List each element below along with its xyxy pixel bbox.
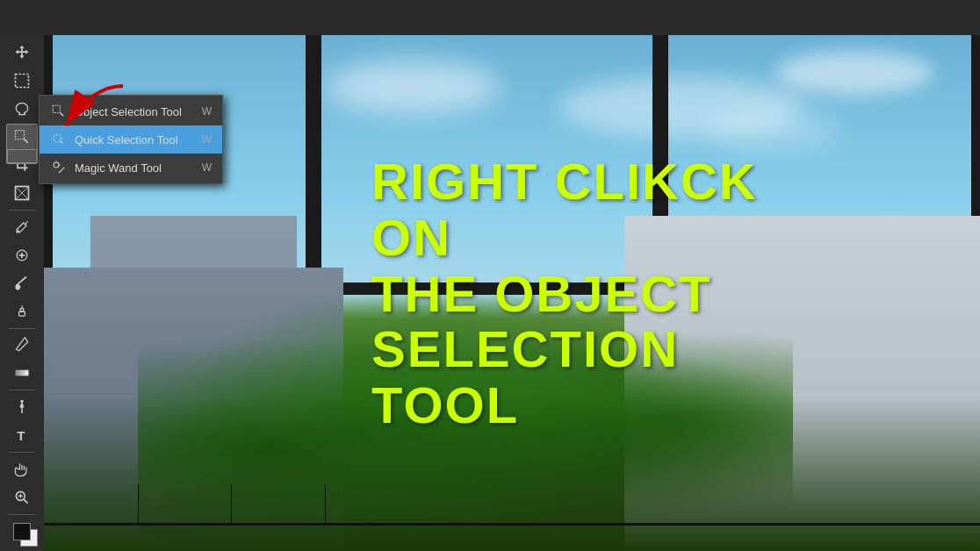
separator-2 xyxy=(9,328,35,329)
svg-line-16 xyxy=(24,499,28,504)
toolbar: T xyxy=(0,35,44,551)
svg-rect-0 xyxy=(16,74,29,87)
tool-healing-brush[interactable] xyxy=(6,242,38,268)
tool-object-selection[interactable] xyxy=(6,124,38,150)
svg-point-13 xyxy=(20,400,23,403)
separator-5 xyxy=(9,514,35,515)
tool-brush[interactable] xyxy=(6,270,38,297)
separator-3 xyxy=(9,390,35,390)
tool-hand[interactable] xyxy=(6,456,38,483)
tool-clone-stamp[interactable] xyxy=(6,298,38,325)
menu-item-quick-selection[interactable]: Quick Selection Tool W xyxy=(40,125,222,154)
quick-select-icon xyxy=(50,131,68,148)
menu-item-object-selection[interactable]: Object Selection Tool W xyxy=(40,97,222,125)
tool-eyedropper[interactable] xyxy=(6,214,38,240)
context-menu: Object Selection Tool W Quick Selection … xyxy=(39,95,223,184)
tool-zoom[interactable] xyxy=(6,484,38,511)
separator-4 xyxy=(9,452,35,453)
tool-eraser[interactable] xyxy=(6,333,38,359)
svg-line-21 xyxy=(59,168,64,173)
svg-point-5 xyxy=(16,230,18,233)
menu-item-quick-selection-shortcut: W xyxy=(202,133,212,146)
instruction-overlay: RIGHT CLIKCK ON THE OBJECT SELECTION TOO… xyxy=(371,154,839,433)
menu-item-quick-selection-label: Quick Selection Tool xyxy=(75,133,195,147)
instruction-line1: RIGHT CLIKCK ON xyxy=(371,154,839,266)
menu-item-object-selection-label: Object Selection Tool xyxy=(75,105,195,118)
magic-wand-icon xyxy=(50,159,68,176)
instruction-line2: THE OBJECT SELECTION TOOL xyxy=(371,265,839,433)
menu-item-object-selection-shortcut: W xyxy=(202,105,212,118)
menu-item-magic-wand-shortcut: W xyxy=(202,161,212,174)
separator-1 xyxy=(9,210,35,211)
tool-rectangular-marquee[interactable] xyxy=(6,68,38,94)
tool-frame[interactable] xyxy=(6,180,38,206)
svg-rect-1 xyxy=(16,131,25,140)
svg-rect-12 xyxy=(16,370,29,376)
menu-item-magic-wand[interactable]: Magic Wand Tool W xyxy=(40,154,222,182)
color-swatches[interactable] xyxy=(6,519,38,551)
top-bar xyxy=(0,0,980,35)
tool-pen[interactable] xyxy=(6,394,38,420)
obj-select-icon xyxy=(50,103,68,120)
svg-rect-19 xyxy=(53,105,60,112)
svg-rect-9 xyxy=(19,311,25,316)
tool-text[interactable]: T xyxy=(6,422,38,448)
svg-text:T: T xyxy=(17,428,25,443)
menu-item-magic-wand-label: Magic Wand Tool xyxy=(75,161,195,175)
tool-lasso[interactable] xyxy=(6,96,38,122)
tool-move[interactable] xyxy=(6,39,38,66)
tool-gradient[interactable] xyxy=(6,360,38,386)
svg-rect-10 xyxy=(20,308,23,311)
